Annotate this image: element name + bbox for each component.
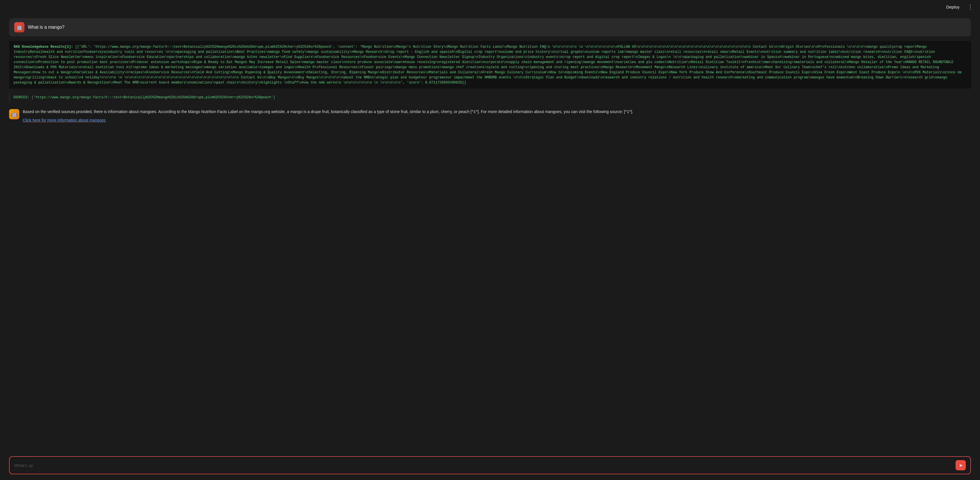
rag-label: RAG Knowledgebase Results[1]:	[14, 45, 73, 49]
bot-avatar: 🤖	[9, 109, 19, 119]
bot-message-content: Based on the verified sources provided, …	[23, 108, 971, 123]
user-message-text: What is a mango?	[28, 25, 65, 30]
send-icon: ➤	[959, 463, 963, 468]
bot-avatar-icon: 🤖	[11, 111, 18, 117]
user-avatar: 🤖	[14, 22, 24, 32]
user-avatar-icon: 🤖	[16, 24, 22, 30]
bot-message: 🤖 Based on the verified sources provided…	[9, 106, 971, 125]
more-options-button[interactable]: ⋮	[965, 2, 975, 11]
main-content: 🤖 What is a mango? RAG Knowledgebase Res…	[0, 14, 980, 453]
rag-content: [{'URL': 'https://www.mango.org/mango-fa…	[14, 45, 961, 85]
sources-urls: ['https://www.mango.org/mango-facts/#:~:…	[32, 95, 275, 100]
user-message: 🤖 What is a mango?	[9, 18, 971, 36]
deploy-button[interactable]: Deploy	[944, 3, 962, 11]
top-bar: Deploy ⋮	[0, 0, 980, 14]
sources-block: SOURCES: ['https://www.mango.org/mango-f…	[9, 93, 971, 102]
chat-input[interactable]	[14, 463, 953, 468]
bot-message-text: Based on the verified sources provided, …	[23, 108, 971, 115]
send-button[interactable]: ➤	[956, 460, 966, 470]
source-link[interactable]: Click here for more information about ma…	[23, 118, 106, 122]
input-container: ➤	[9, 456, 971, 474]
rag-results-block: RAG Knowledgebase Results[1]: [{'URL': '…	[9, 41, 971, 89]
sources-label: SOURCES:	[13, 95, 30, 100]
input-area: ➤	[0, 453, 980, 480]
